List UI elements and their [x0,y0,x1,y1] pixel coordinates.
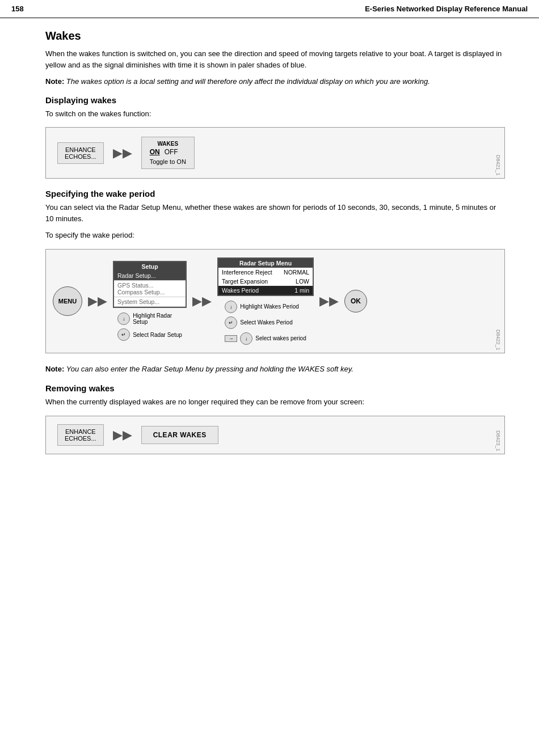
removing-wakes-desc: When the currently displayed wakes are n… [45,396,505,408]
wakes-period-value: 1 min [294,287,309,294]
ok-button[interactable]: OK [344,290,367,312]
target-expansion-label: Target Expansion [222,278,268,285]
wakes-toggle-box: WAKES ON OFF Toggle to ON [141,137,195,169]
displaying-wakes-heading: Displaying wakes [45,95,505,105]
toggle-label: Toggle to ON [150,158,186,165]
arrow-to-ok: ▶▶ [319,294,339,309]
radar-setup-menu-box: Radar Setup Menu Interference Reject NOR… [217,257,314,296]
page-number: 158 [11,5,24,13]
wakes-note-label: Note: [45,77,64,86]
ok-label: OK [351,297,361,305]
clear-wakes-diagram: ENHANCEECHOES... ▶▶ CLEAR WAKES D8423_1 [45,416,505,454]
setup-item-gps: GPS Status...Compass Setup... [114,281,186,297]
interference-value: NORMAL [284,269,309,276]
diagram-id-1: D8421_1 [495,155,501,176]
target-expansion-row: Target Expansion LOW [218,277,313,286]
step3-label: Highlight Wakes Period [240,303,299,310]
nav-circle-1: ↓ [117,312,130,325]
wakes-note-text: The wakes option is a local setting and … [66,77,430,86]
clear-wakes-box: CLEAR WAKES [141,426,218,444]
step1-label: Highlight RadarSetup [133,312,172,325]
nav-circle-5: ↓ [240,332,252,345]
step2-label: Select Radar Setup [133,332,182,338]
setup-menu-header: Setup [114,262,186,271]
nav-arrow-right: → [225,335,237,342]
radar-note-text: You can also enter the Radar Setup Menu … [66,365,353,373]
step5-label: Select wakes period [255,335,306,341]
wakes-heading: Wakes [45,29,505,43]
main-content: Wakes When the wakes function is switche… [0,18,539,476]
wakes-period-label: Wakes Period [222,287,259,294]
arrow-to-clear: ▶▶ [113,428,132,442]
arrow-to-setup: ▶▶ [88,294,107,309]
page-header: 158 E-Series Networked Display Reference… [0,0,539,18]
wakes-box-title: WAKES [150,141,186,147]
wakes-off-label: OFF [165,148,178,156]
arrow-to-radar-menu: ▶▶ [192,294,212,309]
step-select-wakes-period: → ↓ Select wakes period [225,332,306,345]
specifying-wake-desc1: You can select via the Radar Setup Menu,… [45,202,505,224]
nav-circle-4: ↵ [225,316,237,329]
step-highlight-wakes: ↓ Highlight Wakes Period [225,301,306,313]
target-expansion-value: LOW [296,278,309,285]
wakes-diagram: ENHANCEECHOES... ▶▶ WAKES ON OFF Toggle … [45,127,505,179]
enhance-echoes-box: ENHANCEECHOES... [57,142,104,164]
radar-setup-diagram: MENU ▶▶ Setup Radar Setup... GPS Status.… [45,249,505,353]
setup-menu-box: Setup Radar Setup... GPS Status...Compas… [113,261,187,308]
interference-label: Interference Reject [222,269,272,276]
wakes-on-off-row: ON OFF [150,148,186,156]
enhance-echoes-label-2: ENHANCEECHOES... [65,428,96,442]
step4-label: Select Wakes Period [240,319,292,326]
diagram-arrow-1: ▶▶ [113,146,132,161]
setup-item-system: System Setup... [114,297,186,307]
setup-item-radar: Radar Setup... [114,271,186,281]
clear-wakes-label: CLEAR WAKES [153,431,207,439]
setup-steps: ↓ Highlight RadarSetup ↵ Select Radar Se… [117,312,182,341]
interference-row: Interference Reject NORMAL [218,268,313,277]
displaying-wakes-desc: To switch on the wakes function: [45,108,505,120]
specifying-wake-heading: Specifying the wake period [45,189,505,198]
nav-circle-2: ↵ [117,328,130,341]
diagram-id-2: D8422_1 [495,330,501,350]
radar-setup-header: Radar Setup Menu [218,259,313,268]
wakes-note: Note: The wakes option is a local settin… [45,76,505,87]
enhance-echoes-box-2: ENHANCEECHOES... [57,424,104,446]
wakes-steps: ↓ Highlight Wakes Period ↵ Select Wakes … [225,301,306,345]
wakes-period-row: Wakes Period 1 min [218,286,313,295]
header-title: E-Series Networked Display Reference Man… [365,5,528,13]
step-select-radar: ↵ Select Radar Setup [117,328,182,341]
wakes-on-label: ON [150,148,160,156]
radar-note-label: Note: [45,365,64,373]
radar-note: Note: You can also enter the Radar Setup… [45,364,505,375]
menu-label: MENU [58,298,77,305]
specifying-wake-desc2: To specify the wake period: [45,230,505,241]
enhance-echoes-label: ENHANCEECHOES... [65,146,96,160]
diagram-id-3: D8423_1 [495,430,501,451]
step-select-wakes: ↵ Select Wakes Period [225,316,306,329]
removing-wakes-heading: Removing wakes [45,383,505,393]
step-highlight-radar: ↓ Highlight RadarSetup [117,312,182,325]
nav-circle-3: ↓ [225,301,237,313]
wakes-description: When the wakes function is switched on, … [45,48,505,70]
menu-button[interactable]: MENU [53,286,82,316]
